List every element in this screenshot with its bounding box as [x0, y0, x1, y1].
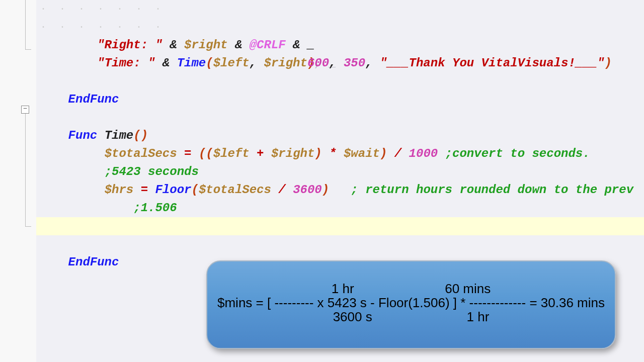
code-line: 600, 350, "___Thank You VitalVisuals!___…: [36, 36, 644, 54]
code-line: ;5423 seconds: [36, 145, 644, 163]
fold-toggle-icon[interactable]: −: [21, 106, 29, 114]
code-line: Func Time(): [36, 109, 644, 127]
code-line: $mins = Floor( ( ($totalSecs / 3600) - $…: [36, 199, 644, 217]
code-line: ······· "Right: " & $right & @CRLF & _: [36, 0, 644, 18]
current-line: [36, 217, 644, 235]
blank-line: [36, 90, 644, 109]
code-line: EndFunc: [36, 72, 644, 90]
code-line: $totalSecs = (($left + $right) * $wait) …: [36, 127, 644, 145]
blank-line: [36, 54, 644, 72]
code-line: ;1.506: [36, 181, 644, 199]
code-editor[interactable]: ······· "Right: " & $right & @CRLF & _ ·…: [36, 0, 644, 253]
code-line: ······· "Time: " & Time($left, $right), …: [36, 18, 644, 36]
gutter: −: [0, 0, 36, 362]
callout-row-top: 1 hr 60 mins: [207, 282, 615, 296]
formula-callout: 1 hr 60 mins $mins = [ --------- x 5423 …: [206, 260, 616, 349]
callout-row-mid: $mins = [ --------- x 5423 s - Floor(1.5…: [207, 296, 615, 310]
code-line: $hrs = Floor($totalSecs / 3600) ; return…: [36, 163, 644, 181]
callout-row-bot: 3600 s 1 hr: [207, 310, 615, 324]
code-line: EndFunc: [36, 235, 644, 253]
